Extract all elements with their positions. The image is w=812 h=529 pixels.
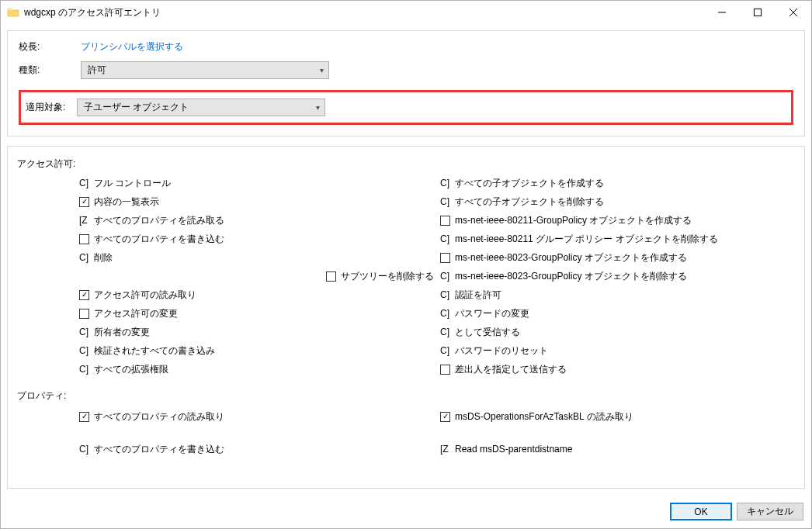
- dialog-window: wdgcxp のアクセス許可エントリ 校長: プリンシパルを選択する 種類: 許…: [0, 0, 812, 529]
- prefix-text: C]: [79, 174, 89, 192]
- properties-label: プロパティ:: [17, 389, 795, 403]
- cancel-button[interactable]: キャンセル: [737, 503, 803, 520]
- prefix-text: C]: [440, 304, 450, 323]
- permission-label: パスワードのリセット: [455, 341, 548, 360]
- permission-item: C]フル コントロール: [79, 174, 434, 192]
- permission-item: C]削除: [79, 248, 434, 267]
- folder-icon: [7, 6, 19, 19]
- permission-item: 差出人を指定して送信する: [440, 360, 795, 379]
- permission-item: C]ms-net-ieee-80211 グループ ポリシー オブジェクトを削除す…: [440, 230, 795, 248]
- permission-label: すべての子オブジェクトを作成する: [455, 174, 604, 192]
- checkbox[interactable]: [326, 271, 336, 282]
- permission-label: ms-net-ieee-8023-GroupPolicy オブジェクトを作成する: [455, 248, 687, 267]
- checkbox[interactable]: [79, 309, 89, 319]
- permission-item: [Zすべてのプロパティを読み取る: [79, 211, 434, 230]
- maximize-button[interactable]: [740, 1, 776, 24]
- permission-label: 内容の一覧表示: [94, 192, 159, 211]
- permission-label: ms-net-ieee-8023-GroupPolicy オブジェクトを削除する: [455, 267, 687, 285]
- permission-item: C]すべての子オブジェクトを削除する: [440, 192, 795, 211]
- permission-item: C]パスワードの変更: [440, 304, 795, 323]
- permission-item: ms-net-ieee-8023-GroupPolicy オブジェクトを作成する: [440, 248, 795, 267]
- permission-item: C]認証を許可: [440, 285, 795, 304]
- permission-item: C]パスワードのリセット: [440, 341, 795, 360]
- prefix-text: C]: [440, 230, 450, 248]
- permission-item: C]すべての子オブジェクトを作成する: [440, 174, 795, 192]
- permission-item: ms-net-ieee-80211-GroupPolicy オブジェクトを作成す…: [440, 211, 795, 230]
- checkbox[interactable]: [440, 253, 450, 263]
- permission-item: [ZRead msDS-parentdistname: [440, 440, 795, 458]
- type-label: 種類:: [19, 64, 76, 77]
- permission-item: C]ms-net-ieee-8023-GroupPolicy オブジェクトを削除…: [440, 267, 795, 285]
- permission-label: すべてのプロパティを書き込む: [94, 440, 224, 458]
- permission-label: 削除: [94, 248, 113, 267]
- window-title: wdgcxp のアクセス許可エントリ: [24, 6, 704, 19]
- prefix-text: C]: [440, 174, 450, 192]
- applies-label: 適用対象:: [26, 101, 72, 114]
- principal-label: 校長:: [19, 40, 76, 54]
- type-value: 許可: [88, 64, 106, 77]
- prefix-text: C]: [79, 248, 89, 267]
- permission-label: サブツリーを削除する: [341, 267, 434, 285]
- permission-label: すべての子オブジェクトを削除する: [455, 192, 604, 211]
- permission-item: アクセス許可の変更: [79, 304, 434, 323]
- permission-label: アクセス許可の読み取り: [94, 285, 196, 304]
- permission-label: msDS-OperationsForAzTaskBL の読み取り: [455, 407, 633, 426]
- permission-item: C]所有者の変更: [79, 323, 434, 341]
- type-combobox[interactable]: 許可 ▾: [81, 61, 329, 79]
- permission-label: すべてのプロパティを書き込む: [94, 230, 224, 248]
- prefix-text: C]: [79, 323, 89, 341]
- checkbox[interactable]: [79, 197, 89, 207]
- prefix-text: C]: [79, 440, 89, 458]
- button-bar: OK キャンセル: [1, 495, 811, 528]
- checkbox[interactable]: [440, 412, 450, 422]
- prefix-text: C]: [79, 341, 89, 360]
- permission-item: C]検証されたすべての書き込み: [79, 341, 434, 360]
- permission-label: 所有者の変更: [94, 323, 150, 341]
- permission-item: 内容の一覧表示: [79, 192, 434, 211]
- permissions-label: アクセス許可:: [17, 157, 795, 171]
- prefix-text: C]: [79, 360, 89, 379]
- permission-item: msDS-OperationsForAzTaskBL の読み取り: [440, 407, 795, 426]
- checkbox[interactable]: [440, 365, 450, 375]
- permission-label: すべてのプロパティの読み取り: [94, 407, 224, 426]
- permission-item: サブツリーを削除する: [79, 267, 434, 285]
- checkbox[interactable]: [79, 234, 89, 244]
- permission-label: 検証されたすべての書き込み: [94, 341, 215, 360]
- applies-to-highlight: 適用対象: 子ユーザー オブジェクト ▾: [19, 90, 793, 125]
- permission-item: すべてのプロパティを書き込む: [79, 230, 434, 248]
- prefix-text: [Z: [79, 211, 89, 230]
- checkbox[interactable]: [440, 216, 450, 226]
- permission-item: アクセス許可の読み取り: [79, 285, 434, 304]
- prefix-text: C]: [440, 323, 450, 341]
- select-principal-link[interactable]: プリンシパルを選択する: [81, 40, 793, 54]
- permission-item: C]すべてのプロパティを書き込む: [79, 440, 434, 458]
- permission-label: Read msDS-parentdistname: [455, 440, 572, 458]
- minimize-button[interactable]: [704, 1, 740, 24]
- permission-label: アクセス許可の変更: [94, 304, 178, 323]
- principal-panel: 校長: プリンシパルを選択する 種類: 許可 ▾ 適用対象: 子ユーザー オブジ…: [7, 30, 805, 137]
- permission-item: すべてのプロパティの読み取り: [79, 407, 434, 426]
- titlebar: wdgcxp のアクセス許可エントリ: [1, 1, 811, 24]
- permission-label: 差出人を指定して送信する: [455, 360, 567, 379]
- prefix-text: C]: [440, 285, 450, 304]
- prefix-text: C]: [440, 192, 450, 211]
- prefix-text: C]: [440, 267, 450, 285]
- permission-label: として受信する: [455, 323, 520, 341]
- applies-combobox[interactable]: 子ユーザー オブジェクト ▾: [77, 99, 325, 116]
- permission-label: ms-net-ieee-80211 グループ ポリシー オブジェクトを削除する: [455, 230, 718, 248]
- permission-label: 認証を許可: [455, 285, 501, 304]
- prefix-text: [Z: [440, 440, 450, 458]
- chevron-down-icon: ▾: [320, 66, 324, 74]
- permissions-grid: C]フル コントロールC]すべての子オブジェクトを作成する内容の一覧表示C]すべ…: [17, 174, 795, 379]
- ok-button[interactable]: OK: [670, 503, 732, 520]
- permission-label: ms-net-ieee-80211-GroupPolicy オブジェクトを作成す…: [455, 211, 692, 230]
- checkbox[interactable]: [79, 290, 89, 300]
- permission-label: すべてのプロパティを読み取る: [94, 211, 224, 230]
- content-area: 校長: プリンシパルを選択する 種類: 許可 ▾ 適用対象: 子ユーザー オブジ…: [1, 24, 811, 495]
- permission-label: すべての拡張権限: [94, 360, 168, 379]
- checkbox[interactable]: [79, 412, 89, 422]
- close-button[interactable]: [776, 1, 811, 24]
- permissions-panel: アクセス許可: C]フル コントロールC]すべての子オブジェクトを作成する内容の…: [7, 146, 805, 489]
- permission-item: C]すべての拡張権限: [79, 360, 434, 379]
- permission-label: パスワードの変更: [455, 304, 529, 323]
